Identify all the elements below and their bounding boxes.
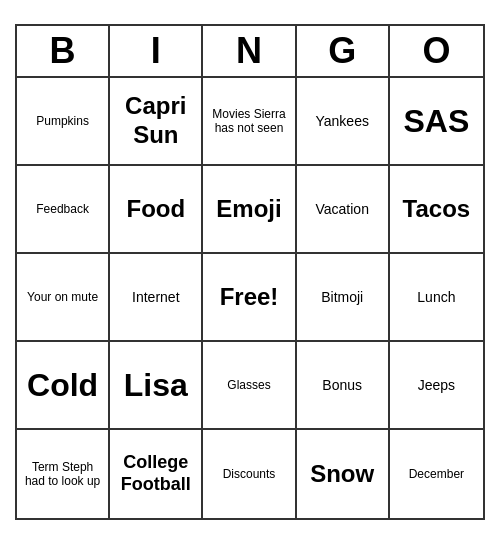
bingo-cell-6: Food [110,166,203,254]
bingo-cell-20: Term Steph had to look up [17,430,110,518]
bingo-cell-16: Lisa [110,342,203,430]
bingo-cell-14: Lunch [390,254,483,342]
bingo-cell-13: Bitmoji [297,254,390,342]
bingo-cell-22: Discounts [203,430,296,518]
bingo-card: BINGO PumpkinsCapri SunMovies Sierra has… [15,24,485,520]
bingo-cell-23: Snow [297,430,390,518]
bingo-cell-12: Free! [203,254,296,342]
bingo-cell-11: Internet [110,254,203,342]
bingo-cell-9: Tacos [390,166,483,254]
bingo-cell-8: Vacation [297,166,390,254]
bingo-cell-17: Glasses [203,342,296,430]
bingo-cell-7: Emoji [203,166,296,254]
bingo-cell-5: Feedback [17,166,110,254]
header-letter-o: O [390,26,483,76]
bingo-cell-4: SAS [390,78,483,166]
header-letter-b: B [17,26,110,76]
bingo-cell-15: Cold [17,342,110,430]
header-letter-n: N [203,26,296,76]
header-letter-g: G [297,26,390,76]
bingo-cell-24: December [390,430,483,518]
bingo-cell-0: Pumpkins [17,78,110,166]
bingo-cell-10: Your on mute [17,254,110,342]
header-letter-i: I [110,26,203,76]
bingo-cell-18: Bonus [297,342,390,430]
bingo-grid: PumpkinsCapri SunMovies Sierra has not s… [17,78,483,518]
bingo-cell-19: Jeeps [390,342,483,430]
bingo-cell-2: Movies Sierra has not seen [203,78,296,166]
bingo-cell-21: College Football [110,430,203,518]
bingo-header: BINGO [17,26,483,78]
bingo-cell-1: Capri Sun [110,78,203,166]
bingo-cell-3: Yankees [297,78,390,166]
